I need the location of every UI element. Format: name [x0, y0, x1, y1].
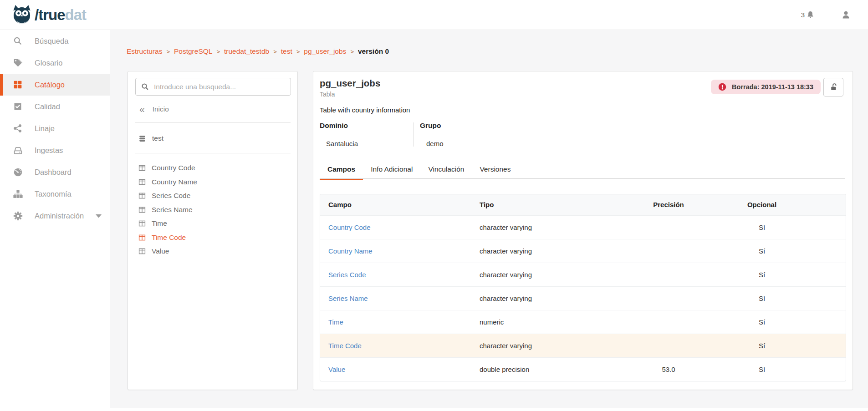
table-row: Series Code character varying Sí — [320, 263, 846, 286]
fields-table: Campo Tipo Precisión Opcional Country Co… — [320, 194, 846, 381]
tree-item-time-code[interactable]: Time Code — [128, 231, 297, 245]
deleted-status-text: Borrada: 2019-11-13 18:33 — [732, 83, 813, 91]
tree-item-country-code[interactable]: Country Code — [128, 161, 297, 175]
column-header-opcional: Opcional — [714, 201, 810, 208]
column-icon — [138, 220, 146, 227]
field-link[interactable]: Time — [328, 318, 480, 326]
tree-item-label: Series Name — [152, 206, 193, 214]
column-icon — [138, 248, 146, 255]
structure-tree-panel: « Inicio test Country Code — [128, 71, 298, 390]
sidebar-item-catalogo[interactable]: Catálogo — [0, 74, 110, 96]
tab-info-adicional[interactable]: Info Adicional — [363, 165, 420, 178]
breadcrumb-link-estructuras[interactable]: Estructuras — [127, 47, 162, 56]
sidebar-item-label: Catálogo — [35, 81, 65, 89]
tree-item-label: Country Name — [152, 178, 197, 186]
brand-logo[interactable]: /truedat — [12, 5, 86, 25]
sidebar-item-ingestas[interactable]: Ingestas — [0, 139, 110, 161]
field-link[interactable]: Value — [328, 365, 480, 373]
sidebar-item-label: Linaje — [35, 124, 55, 133]
exclamation-circle-icon — [718, 83, 726, 91]
field-type: numeric — [480, 318, 623, 326]
structure-type-label: Tabla — [320, 91, 335, 98]
sidebar-item-linaje[interactable]: Linaje — [0, 117, 110, 139]
breadcrumb-current-version: versión 0 — [358, 47, 389, 56]
tree-item-label: Country Code — [152, 164, 195, 172]
field-optional: Sí — [714, 294, 810, 302]
tree-search-input[interactable] — [154, 83, 285, 91]
table-row: Series Name character varying Sí — [320, 286, 846, 310]
meta-dominio: Dominio Santalucia — [320, 122, 413, 147]
fields-table-header: Campo Tipo Precisión Opcional — [320, 194, 846, 215]
chevron-down-icon — [96, 214, 102, 218]
field-link[interactable]: Series Name — [328, 294, 480, 302]
tree-item-label: Series Code — [152, 192, 190, 200]
tab-vinculacion[interactable]: Vinculación — [420, 165, 472, 178]
bell-icon — [806, 10, 815, 19]
meta-section: Dominio Santalucia Grupo demo — [320, 122, 444, 147]
column-header-tipo: Tipo — [480, 201, 623, 208]
tab-campos[interactable]: Campos — [320, 165, 363, 178]
meta-value: demo — [420, 140, 444, 147]
meta-label: Dominio — [320, 122, 413, 130]
tree-search-box — [135, 78, 291, 96]
tree-item-country-name[interactable]: Country Name — [128, 175, 297, 189]
grid-icon — [13, 80, 23, 90]
sidebar-item-label: Glosario — [35, 59, 62, 67]
gauge-icon — [13, 167, 23, 177]
notification-count: 3 — [801, 11, 805, 19]
divider — [135, 122, 291, 123]
field-link[interactable]: Series Code — [328, 271, 480, 279]
field-optional: Sí — [714, 318, 810, 326]
breadcrumb-link-test[interactable]: test — [281, 47, 292, 56]
table-row: Time numeric Sí — [320, 310, 846, 334]
sidebar-item-administracion[interactable]: Administración — [0, 205, 110, 227]
breadcrumb-link-pg-user-jobs[interactable]: pg_user_jobs — [304, 47, 346, 56]
tree-item-series-name[interactable]: Series Name — [128, 203, 297, 217]
tree-back-home[interactable]: « Inicio — [139, 105, 169, 113]
search-icon — [141, 83, 149, 91]
main-sidebar: Búsqueda Glosario Catálogo Calidad — [0, 30, 110, 411]
tree-parent-schema[interactable]: test — [138, 134, 163, 142]
breadcrumb-separator: > — [350, 48, 354, 55]
user-icon — [841, 10, 851, 20]
tree-parent-label: test — [152, 134, 163, 142]
column-icon — [138, 164, 146, 172]
sidebar-item-label: Dashboard — [35, 168, 71, 177]
tree-back-label: Inicio — [153, 105, 169, 113]
top-header: /truedat 3 — [0, 0, 868, 30]
content-area: Estructuras > PostgreSQL > truedat_testd… — [110, 30, 868, 411]
field-link[interactable]: Country Code — [328, 223, 480, 231]
sidebar-item-dashboard[interactable]: Dashboard — [0, 161, 110, 183]
lock-toggle-button[interactable] — [823, 78, 843, 96]
table-row: Country Name character varying Sí — [320, 239, 846, 263]
sidebar-item-label: Ingestas — [35, 146, 63, 155]
tree-item-series-code[interactable]: Series Code — [128, 189, 297, 203]
field-optional: Sí — [714, 223, 810, 231]
meta-label: Grupo — [420, 122, 444, 130]
tabs-divider — [320, 178, 845, 179]
sitemap-icon — [13, 189, 23, 199]
sidebar-item-glosario[interactable]: Glosario — [0, 52, 110, 74]
sidebar-item-busqueda[interactable]: Búsqueda — [0, 30, 110, 52]
tree-item-value[interactable]: Value — [128, 244, 297, 259]
table-row: Country Code character varying Sí — [320, 215, 846, 239]
meta-grupo: Grupo demo — [414, 122, 444, 147]
breadcrumb-link-truedat-testdb[interactable]: truedat_testdb — [224, 47, 269, 56]
tree-column-list: Country Code Country Name Series Code Se… — [128, 161, 297, 259]
tree-item-time[interactable]: Time — [128, 217, 297, 231]
sidebar-item-taxonomia[interactable]: Taxonomía — [0, 183, 110, 205]
breadcrumb: Estructuras > PostgreSQL > truedat_testd… — [127, 47, 389, 56]
breadcrumb-link-postgresql[interactable]: PostgreSQL — [174, 47, 212, 56]
double-chevron-left-icon: « — [139, 106, 145, 113]
field-link[interactable]: Country Name — [328, 247, 480, 255]
tags-icon — [13, 58, 23, 68]
sidebar-item-calidad[interactable]: Calidad — [0, 96, 110, 117]
user-menu-button[interactable] — [841, 10, 851, 20]
structure-detail-panel: pg_user_jobs Tabla Borrada: 2019-11-13 1… — [313, 71, 853, 390]
notifications-button[interactable]: 3 — [801, 10, 815, 19]
field-link[interactable]: Time Code — [328, 342, 480, 350]
tab-versiones[interactable]: Versiones — [472, 165, 518, 178]
column-header-campo: Campo — [328, 201, 480, 208]
field-precision: 53.0 — [623, 365, 714, 373]
breadcrumb-separator: > — [216, 48, 220, 55]
